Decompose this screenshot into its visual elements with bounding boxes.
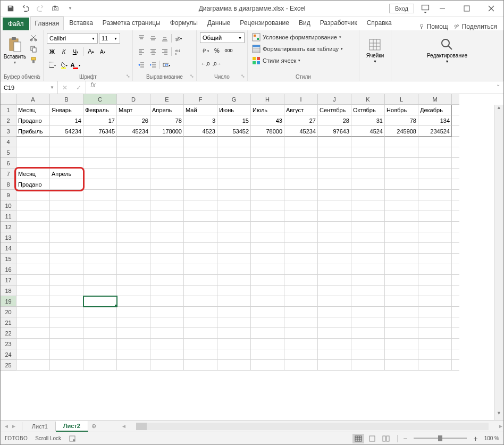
- cell[interactable]: [16, 328, 50, 339]
- cell[interactable]: [117, 339, 150, 349]
- close-button[interactable]: [479, 1, 503, 16]
- cell[interactable]: [385, 296, 418, 307]
- orientation-button[interactable]: ab▾: [173, 33, 183, 44]
- maximize-button[interactable]: [455, 1, 479, 16]
- row-header[interactable]: 16: [1, 264, 16, 275]
- cell[interactable]: [251, 360, 284, 371]
- cell[interactable]: [50, 200, 83, 211]
- font-size-combo[interactable]: 11▼: [99, 33, 120, 44]
- cell[interactable]: [83, 307, 117, 317]
- sheet-nav-prev[interactable]: ►: [11, 423, 16, 429]
- cell[interactable]: [251, 254, 284, 264]
- save-button[interactable]: [4, 2, 18, 15]
- cell[interactable]: [117, 254, 150, 264]
- row-header[interactable]: 4: [1, 137, 16, 147]
- cell[interactable]: [284, 317, 318, 328]
- cell[interactable]: [351, 169, 385, 179]
- cell-styles-button[interactable]: Стили ячеек▾: [251, 56, 356, 65]
- cell[interactable]: [251, 296, 284, 307]
- cell[interactable]: [385, 158, 418, 169]
- cell[interactable]: [83, 169, 117, 179]
- cell[interactable]: [284, 264, 318, 275]
- cell[interactable]: [418, 232, 452, 243]
- cell[interactable]: [318, 264, 351, 275]
- cell[interactable]: [418, 158, 452, 169]
- cell[interactable]: [217, 222, 251, 232]
- column-header[interactable]: J: [318, 94, 351, 105]
- cell[interactable]: [117, 232, 150, 243]
- cell[interactable]: [318, 296, 351, 307]
- cell[interactable]: [117, 286, 150, 296]
- cell[interactable]: [418, 190, 452, 200]
- cell[interactable]: [150, 286, 184, 296]
- cell[interactable]: 54234: [50, 126, 83, 137]
- cell[interactable]: [217, 286, 251, 296]
- cell[interactable]: [16, 232, 50, 243]
- cell-partial[interactable]: [452, 328, 459, 339]
- cell[interactable]: [50, 307, 83, 317]
- cell[interactable]: [150, 200, 184, 211]
- cell[interactable]: [284, 275, 318, 286]
- cell[interactable]: [351, 307, 385, 317]
- cell[interactable]: [16, 254, 50, 264]
- row-header[interactable]: 20: [1, 307, 16, 317]
- enter-formula-button[interactable]: ✓: [72, 84, 86, 91]
- row-header[interactable]: 5: [1, 147, 16, 158]
- cell[interactable]: [150, 147, 184, 158]
- cell[interactable]: [150, 158, 184, 169]
- cell[interactable]: [385, 211, 418, 222]
- cell[interactable]: [150, 232, 184, 243]
- tab-formulas[interactable]: Формулы: [166, 16, 202, 30]
- cell[interactable]: [318, 254, 351, 264]
- cell[interactable]: [418, 307, 452, 317]
- vertical-scrollbar[interactable]: ▲ ▼: [494, 105, 503, 420]
- cell[interactable]: [318, 211, 351, 222]
- cell[interactable]: [318, 275, 351, 286]
- cell[interactable]: [217, 179, 251, 190]
- cell[interactable]: [351, 296, 385, 307]
- select-all-corner[interactable]: [1, 94, 16, 105]
- cell[interactable]: [150, 264, 184, 275]
- cell[interactable]: [385, 349, 418, 360]
- cell[interactable]: [251, 147, 284, 158]
- cell[interactable]: [83, 211, 117, 222]
- row-header[interactable]: 13: [1, 232, 16, 243]
- cell[interactable]: [16, 307, 50, 317]
- cell[interactable]: [184, 232, 217, 243]
- cell[interactable]: [251, 328, 284, 339]
- row-header[interactable]: 11: [1, 211, 16, 222]
- cell[interactable]: [251, 169, 284, 179]
- percent-button[interactable]: %: [212, 45, 222, 56]
- cell[interactable]: [318, 360, 351, 371]
- zoom-slider[interactable]: [414, 438, 467, 439]
- cell[interactable]: [217, 211, 251, 222]
- cell-partial[interactable]: [452, 158, 459, 169]
- name-box[interactable]: C19▼: [1, 81, 58, 94]
- cell[interactable]: [83, 232, 117, 243]
- cell[interactable]: [351, 275, 385, 286]
- cell[interactable]: [385, 190, 418, 200]
- cell[interactable]: Прибыль: [16, 126, 50, 137]
- cell[interactable]: [385, 286, 418, 296]
- macro-record-icon[interactable]: [69, 435, 76, 442]
- cell[interactable]: [16, 190, 50, 200]
- cell[interactable]: [184, 296, 217, 307]
- cell[interactable]: [150, 296, 184, 307]
- cell[interactable]: [251, 211, 284, 222]
- cell[interactable]: [351, 211, 385, 222]
- cell[interactable]: Август: [284, 105, 318, 115]
- row-header[interactable]: 14: [1, 243, 16, 254]
- cell-partial[interactable]: [452, 105, 459, 115]
- cell[interactable]: 78: [385, 115, 418, 126]
- cell[interactable]: [117, 147, 150, 158]
- cell[interactable]: [83, 296, 117, 307]
- cell[interactable]: [217, 264, 251, 275]
- cell[interactable]: [385, 222, 418, 232]
- cell[interactable]: [251, 349, 284, 360]
- column-header[interactable]: C: [83, 94, 117, 105]
- cell[interactable]: [284, 179, 318, 190]
- minimize-button[interactable]: [430, 1, 455, 16]
- cell[interactable]: [184, 275, 217, 286]
- cut-button[interactable]: [28, 32, 39, 43]
- cell[interactable]: [83, 222, 117, 232]
